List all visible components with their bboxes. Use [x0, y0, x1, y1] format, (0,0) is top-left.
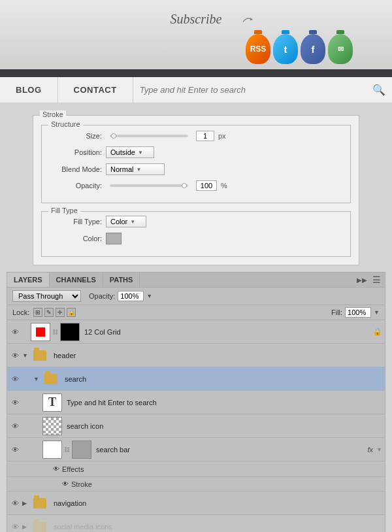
visibility-icon-type[interactable]: 👁 [10, 397, 20, 408]
thumb-mask-12col [60, 323, 80, 341]
fill-value-input[interactable] [345, 307, 371, 318]
layer-row-header[interactable]: 👁 ▼ header [7, 344, 385, 367]
folder-icon-header [33, 350, 46, 361]
lock-all-icon[interactable]: 🔒 [67, 308, 76, 317]
lock-position-icon[interactable]: ✎ [44, 308, 54, 317]
lock-move-icon[interactable]: ✛ [56, 308, 65, 317]
layer-row-search-icon[interactable]: 👁 search icon [7, 414, 385, 438]
size-slider[interactable] [110, 135, 188, 137]
facebook-icon: f [312, 44, 315, 55]
visibility-icon-search-bar[interactable]: 👁 [10, 444, 20, 455]
thumb-main-12col [31, 323, 50, 341]
lock-icons: ⊞ ✎ ✛ 🔒 [33, 308, 76, 317]
stroke-effect-label: Stroke [71, 480, 92, 488]
visibility-icon-search-icon[interactable]: 👁 [10, 421, 20, 431]
effects-row: 👁 Effects [7, 461, 385, 477]
fx-arrow[interactable]: ▼ [376, 446, 382, 453]
layer-row-search-bar[interactable]: 👁 ⛓ search bar fx ▼ [7, 438, 385, 461]
opacity-value-input[interactable] [118, 291, 144, 301]
layer-row-navigation[interactable]: 👁 ▶ navigation [7, 491, 385, 515]
expand-nav[interactable]: ▶ [22, 500, 29, 507]
expand-social[interactable]: ▶ [22, 524, 29, 530]
fill-control: Fill: ▼ [331, 307, 380, 318]
expand-search[interactable]: ▼ [33, 376, 40, 382]
eye-stroke[interactable]: 👁 [62, 480, 69, 488]
fill-type-group: Fill Type Fill Type: Color ▼ Color: [41, 211, 351, 257]
blend-mode-label: Blend Mode: [50, 165, 102, 173]
position-row: Position: Outside ▼ [50, 146, 342, 158]
thumb-main-bar [42, 441, 62, 459]
layers-tab-icons: ▶▶ ☰ [353, 274, 385, 285]
fx-label: fx [368, 446, 374, 454]
nav-blog[interactable]: BLOG [0, 77, 58, 103]
chain-icon: ⛓ [52, 329, 58, 335]
fill-type-arrow: ▼ [130, 219, 135, 225]
expand-header[interactable]: ▼ [22, 352, 29, 359]
social-icons-container: RSS t f ✉ [246, 30, 353, 64]
blend-mode-select[interactable]: Normal ▼ [106, 163, 165, 175]
layer-name-social: social media icons [51, 523, 382, 531]
stroke-label: Stroke [40, 110, 66, 118]
thumb-search-bar: ⛓ [42, 441, 91, 459]
visibility-icon-12col[interactable]: 👁 [10, 327, 20, 337]
layer-lock-icon: 🔒 [373, 327, 382, 336]
visibility-icon-nav[interactable]: 👁 [10, 498, 20, 508]
nav-contact[interactable]: CONTACT [58, 77, 133, 103]
thumb-mask-bar [72, 441, 91, 459]
facebook-bottle[interactable]: f [301, 30, 325, 64]
thumb-12col: ⛓ [31, 323, 80, 341]
email-icon: ✉ [338, 45, 344, 54]
main-area: Stroke Structure Size: px Position: [0, 103, 392, 532]
fill-type-row: Fill Type: Color ▼ [50, 216, 342, 227]
stroke-effect-row: 👁 Stroke [7, 477, 385, 491]
lock-label: Lock: [12, 308, 29, 316]
blend-mode-row: Blend Mode: Normal ▼ [50, 163, 342, 175]
fill-label: Fill: [331, 308, 342, 316]
visibility-icon-social[interactable]: 👁 [10, 522, 20, 532]
thumb-type: T [42, 393, 62, 412]
search-input[interactable] [140, 85, 368, 95]
blend-mode-dropdown[interactable]: Pass Through [12, 290, 81, 302]
chain-icon-bar: ⛓ [64, 446, 70, 453]
rss-bottle[interactable]: RSS [246, 30, 270, 64]
folder-icon-search [44, 374, 57, 384]
T-icon: T [48, 395, 56, 409]
blend-mode-arrow: ▼ [136, 167, 141, 173]
layer-name-nav: navigation [51, 499, 382, 507]
layer-row-12col[interactable]: 👁 ⛓ 12 Col Grid 🔒 [7, 320, 385, 344]
opacity-input[interactable] [196, 180, 217, 191]
nav-bar: BLOG CONTACT 🔍 [0, 77, 392, 103]
tab-layers[interactable]: LAYERS [7, 273, 50, 287]
structure-group: Structure Size: px Position: Outside ▼ [41, 125, 351, 203]
eye-effects[interactable]: 👁 [53, 465, 59, 473]
opacity-slider[interactable] [110, 184, 188, 187]
tab-channels[interactable]: CHANNELS [50, 273, 103, 287]
twitter-bottle[interactable]: t [273, 30, 298, 64]
layer-name-type: Type and hit Enter to search [64, 399, 382, 407]
layer-row-type[interactable]: 👁 T Type and hit Enter to search [7, 391, 385, 414]
opacity-arrow[interactable]: ▼ [146, 293, 152, 299]
fill-type-label: Fill Type: [50, 218, 102, 225]
tab-paths[interactable]: PATHS [103, 273, 140, 287]
layer-row-social[interactable]: 👁 ▶ social media icons [7, 515, 385, 532]
color-label: Color: [50, 235, 102, 242]
size-input[interactable] [196, 131, 214, 141]
fill-type-select[interactable]: Color ▼ [106, 216, 146, 227]
lock-pixels-icon[interactable]: ⊞ [33, 308, 42, 317]
layer-row-search[interactable]: 👁 ▼ search [7, 367, 385, 391]
stroke-panel: Stroke Structure Size: px Position: [33, 115, 359, 265]
color-swatch[interactable] [106, 233, 122, 244]
email-bottle[interactable]: ✉ [328, 30, 353, 64]
search-icon[interactable]: 🔍 [372, 84, 385, 96]
fill-type-group-label: Fill Type [48, 207, 80, 214]
opacity-control: Opacity: ▼ [89, 291, 152, 301]
twitter-icon: t [284, 44, 287, 55]
layer-name-search-bar: search bar [93, 446, 366, 454]
position-select[interactable]: Outside ▼ [106, 146, 154, 158]
fill-arrow[interactable]: ▼ [374, 309, 380, 316]
layers-header: LAYERS CHANNELS PATHS ▶▶ ☰ [7, 273, 385, 288]
layer-name-search-icon: search icon [64, 422, 382, 430]
top-header: Subscribe RSS t f [0, 0, 392, 72]
visibility-icon-search[interactable]: 👁 [10, 374, 20, 384]
visibility-icon-header[interactable]: 👁 [10, 350, 20, 361]
